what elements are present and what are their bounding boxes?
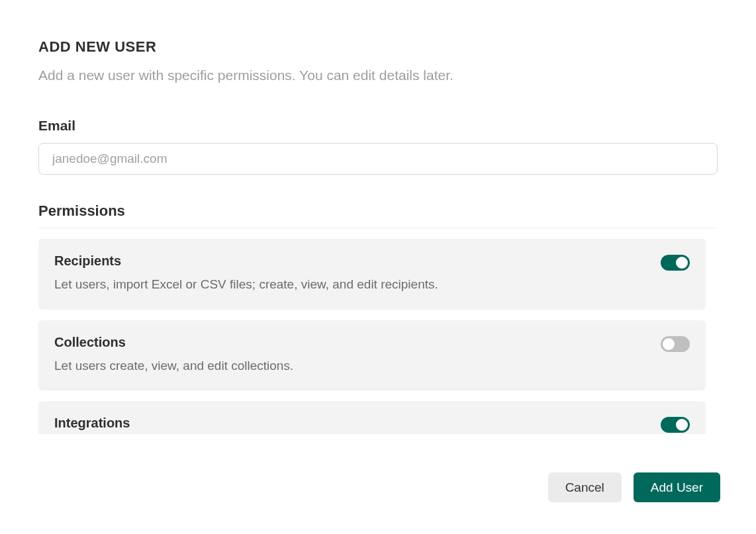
toggle-knob-icon bbox=[676, 419, 688, 431]
button-bar: Cancel Add User bbox=[548, 472, 720, 502]
toggle-knob-icon bbox=[676, 257, 688, 269]
add-user-button[interactable]: Add User bbox=[634, 472, 720, 502]
email-field[interactable] bbox=[38, 143, 718, 175]
permission-title: Collections bbox=[54, 335, 647, 350]
toggle-knob-icon bbox=[663, 338, 675, 350]
permission-row-integrations: Integrations Let users create, view, and… bbox=[38, 401, 706, 434]
permissions-heading: Permissions bbox=[38, 202, 718, 220]
permissions-list[interactable]: Recipients Let users, import Excel or CS… bbox=[38, 228, 718, 434]
permission-desc: Let users create, view, and edit collect… bbox=[54, 357, 647, 375]
page-title: ADD NEW USER bbox=[38, 38, 718, 56]
email-label: Email bbox=[38, 118, 718, 134]
permission-desc: Let users, import Excel or CSV files; cr… bbox=[54, 275, 647, 294]
permission-toggle-recipients[interactable] bbox=[661, 255, 690, 271]
permission-toggle-collections[interactable] bbox=[661, 336, 690, 352]
page-subtitle: Add a new user with specific permissions… bbox=[38, 67, 718, 83]
permission-title: Recipients bbox=[54, 253, 647, 269]
cancel-button[interactable]: Cancel bbox=[548, 472, 622, 502]
permission-row-recipients: Recipients Let users, import Excel or CS… bbox=[38, 239, 706, 310]
permission-row-collections: Collections Let users create, view, and … bbox=[38, 320, 706, 391]
permission-toggle-integrations[interactable] bbox=[661, 417, 690, 433]
permission-title: Integrations bbox=[54, 416, 647, 431]
